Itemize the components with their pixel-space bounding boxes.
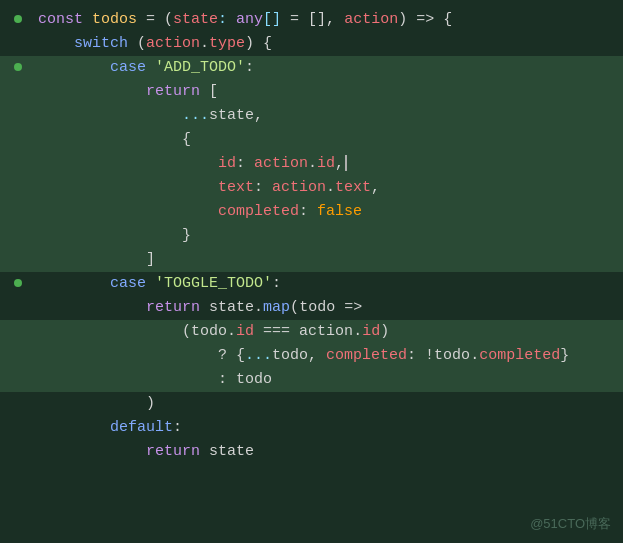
token: . [308,155,317,172]
code-line: case 'ADD_TODO': [0,56,623,80]
token: ) [380,323,389,340]
token: todo [236,371,272,388]
code-line: const todos = (state: any[] = [], action… [0,8,623,32]
code-line: { [0,128,623,152]
code-content: ] [38,248,611,272]
token: action [299,323,353,340]
code-content: (todo.id === action.id) [38,320,611,344]
token: switch [74,35,128,52]
code-line: ] [0,248,623,272]
token: ( [182,323,191,340]
code-line: return [ [0,80,623,104]
code-line: text: action.text, [0,176,623,200]
token: . [227,323,236,340]
token: . [326,179,335,196]
token: 'TOGGLE_TODO' [155,275,272,292]
token: . [254,299,263,316]
token: : [236,155,254,172]
token: ) { [245,35,272,52]
token: , [371,179,380,196]
code-content: } [38,224,611,248]
code-line: ) [0,392,623,416]
token: state, [209,107,263,124]
token: id [218,155,236,172]
token: state [200,443,254,460]
token: map [263,299,290,316]
code-content: id: action.id, [38,152,611,176]
token: : [245,59,254,76]
token: [ [200,83,218,100]
token: ( [128,35,146,52]
code-content: ...state, [38,104,611,128]
code-content: return [ [38,80,611,104]
token: : [272,275,281,292]
code-content: text: action.text, [38,176,611,200]
token: todos [92,11,137,28]
token: ( [290,299,299,316]
token: type [209,35,245,52]
token: ) => { [398,11,452,28]
token: ? { [218,347,245,364]
code-line: } [0,224,623,248]
token: === [254,323,299,340]
token: id [362,323,380,340]
code-line: completed: false [0,200,623,224]
code-line: case 'TOGGLE_TODO': [0,272,623,296]
code-editor: const todos = (state: any[] = [], action… [0,0,623,543]
token [146,59,155,76]
token: . [200,35,209,52]
token: return [146,83,200,100]
token: : [254,179,272,196]
code-content: default: [38,416,611,440]
line-gutter [8,58,26,79]
token: return [146,443,200,460]
token: . [353,323,362,340]
code-line: return state [0,440,623,464]
token: todo [191,323,227,340]
token: text [335,179,371,196]
code-content: case 'TOGGLE_TODO': [38,272,611,296]
token: any [236,11,263,28]
code-line: id: action.id, [0,152,623,176]
token: completed [326,347,407,364]
token: } [182,227,191,244]
code-line: : todo [0,368,623,392]
token: default [110,419,173,436]
token: const [38,11,92,28]
code-content: completed: false [38,200,611,224]
token: todo [299,299,335,316]
token: id [236,323,254,340]
token: action [254,155,308,172]
code-content: switch (action.type) { [38,32,611,56]
code-line: switch (action.type) { [0,32,623,56]
token: [] [263,11,281,28]
token: action [344,11,398,28]
watermark: @51CTO博客 [530,514,611,535]
code-content: case 'ADD_TODO': [38,56,611,80]
token: ... [245,347,272,364]
token: completed [479,347,560,364]
token: todo [434,347,470,364]
token: action [146,35,200,52]
token: : ! [407,347,434,364]
token: text [218,179,254,196]
code-content: const todos = (state: any[] = [], action… [38,8,611,32]
token [146,275,155,292]
token: todo, [272,347,326,364]
code-line: default: [0,416,623,440]
token: = ( [137,11,173,28]
token: : [299,203,317,220]
code-line: (todo.id === action.id) [0,320,623,344]
code-content: ) [38,392,611,416]
code-line: ...state, [0,104,623,128]
line-gutter [8,274,26,295]
token: id [317,155,335,172]
token: false [317,203,362,220]
code-line: return state.map(todo => [0,296,623,320]
token: ... [182,107,209,124]
token: ] [146,251,155,268]
token: state [173,11,218,28]
code-line: ? {...todo, completed: !todo.completed} [0,344,623,368]
token: case [110,275,146,292]
token: action [272,179,326,196]
